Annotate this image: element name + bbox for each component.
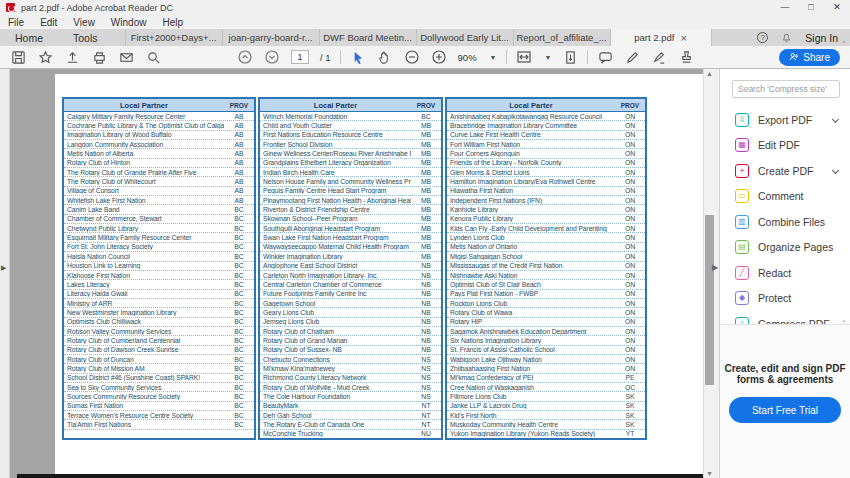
table-row: Sumas First NationBC <box>64 401 254 410</box>
menu-help[interactable]: Help <box>162 17 183 28</box>
tab-tools[interactable]: Tools <box>58 29 113 46</box>
page-number-input[interactable]: 1 <box>291 50 309 64</box>
scroll-up-icon[interactable]: ▲ <box>704 70 715 77</box>
zoom-level-value[interactable]: 90% <box>458 52 477 63</box>
tab-first-2000-days[interactable]: First+2000+Days+... <box>125 29 222 46</box>
menu-file[interactable]: File <box>8 17 24 28</box>
menu-window[interactable]: Window <box>111 17 147 28</box>
sidebar-item-redact[interactable]: ╱Redact <box>720 260 842 286</box>
star-icon[interactable] <box>37 49 53 65</box>
prov-value: NB <box>411 318 441 325</box>
table-row: Muskoday Community Health CentreSK <box>447 419 645 428</box>
sidebar-item-export-pdf[interactable]: ⇩Export PDF <box>720 107 842 133</box>
prov-value: ON <box>615 346 645 353</box>
fit-caret-icon[interactable]: ▼ <box>545 54 552 61</box>
minimize-button[interactable]: — <box>772 0 798 15</box>
start-free-trial-button[interactable]: Start Free Trial <box>729 397 841 423</box>
search-icon[interactable] <box>145 49 161 65</box>
sidebar-item-edit-pdf[interactable]: ▦Edit PDF <box>720 133 842 159</box>
table-row: Wrinch Memorial FoundationBC <box>260 112 441 120</box>
help-icon[interactable]: ? <box>757 32 768 43</box>
tab-report-of-affiliate[interactable]: Report_of_affiliate_... <box>513 29 610 46</box>
scrolling-mode-icon[interactable] <box>562 49 578 65</box>
tool-label: Create PDF <box>758 165 813 177</box>
table-row: Pinaymootang First Nation Health - Abori… <box>260 195 441 204</box>
sidebar-item-organize-pages[interactable]: ▤Organize Pages <box>720 235 842 261</box>
zoom-caret-icon[interactable]: ▼ <box>490 54 497 61</box>
prov-value: NB <box>411 328 441 335</box>
zoom-out-icon[interactable] <box>404 49 420 65</box>
partner-name: Curve Lake First Health Centre <box>447 131 615 138</box>
sidebar-item-comment[interactable]: ▭Comment <box>720 184 842 210</box>
table-row: Frontier School DivisionMB <box>260 139 441 148</box>
vertical-scrollbar[interactable]: ▲ ▼ <box>703 69 714 478</box>
prov-value: MB <box>411 169 441 176</box>
panel-scroll-down-icon[interactable]: ⌄ <box>841 316 847 324</box>
fit-width-icon[interactable] <box>516 49 532 65</box>
partner-name: Lakes Literacy <box>64 281 224 288</box>
chevron-down-icon[interactable] <box>832 167 839 174</box>
prov-value: NT <box>411 402 441 409</box>
next-page-icon[interactable] <box>264 49 280 65</box>
partner-name: Mi'kmaw Kina'matnewey <box>260 365 411 372</box>
save-icon[interactable] <box>10 49 26 65</box>
table-row: Rockton Lions ClubON <box>447 298 645 307</box>
search-input[interactable] <box>732 80 840 98</box>
upload-icon[interactable] <box>64 49 80 65</box>
share-button[interactable]: Share <box>779 49 840 66</box>
menu-edit[interactable]: Edit <box>40 17 57 28</box>
tab-dollywood-early-lit[interactable]: Dollywood Early Lit... <box>416 29 513 46</box>
sign-in-button[interactable]: Sign In <box>805 32 838 44</box>
prov-value: BC <box>224 374 254 381</box>
table-row: Rotary Club of Sussex- NBNB <box>260 345 441 354</box>
bell-icon[interactable] <box>780 31 793 44</box>
prov-value: BC <box>224 272 254 279</box>
previous-page-icon[interactable] <box>237 49 253 65</box>
hand-tool-icon[interactable] <box>377 49 393 65</box>
partner-name: Geary Lions Club <box>260 309 411 316</box>
tab-close-icon[interactable]: × <box>680 33 686 43</box>
panel-scroll-up-icon[interactable]: ⌃ <box>841 40 847 48</box>
sidebar-item-create-pdf[interactable]: +Create PDF <box>720 158 842 184</box>
left-pane-strip[interactable] <box>0 69 10 478</box>
pdf-page: Local Partner PROV Calgary Military Fami… <box>55 74 703 478</box>
prov-value: AB <box>224 150 254 157</box>
tab-label: Report_of_affiliate_... <box>516 32 606 43</box>
sidebar-item-protect[interactable]: ◆Protect <box>720 286 842 312</box>
print-icon[interactable] <box>91 49 107 65</box>
right-pane-toggle-icon[interactable]: ▶ <box>712 263 718 272</box>
scroll-down-icon[interactable]: ▼ <box>704 470 715 477</box>
highlight-tool-icon[interactable] <box>624 49 640 65</box>
table-row: Gagetown SchoolNB <box>260 298 441 307</box>
table-row: Peguis Family Centre Head Start ProgramM… <box>260 186 441 195</box>
prov-value: ON <box>615 328 645 335</box>
sidebar-item-combine-files[interactable]: ▥Combine Files <box>720 209 842 235</box>
table-row: Rotary Club of Dawson Creek SunriseBC <box>64 345 254 354</box>
sign-tool-icon[interactable] <box>651 49 667 65</box>
menu-view[interactable]: View <box>73 17 95 28</box>
left-pane-expand-icon[interactable]: ▶ <box>1 264 6 272</box>
title-bar: part 2.pdf - Adobe Acrobat Reader DC — □… <box>0 0 850 15</box>
column-header-prov: PROV <box>224 102 254 109</box>
table-row: Richmond County Literacy NetworkNS <box>260 373 441 382</box>
tab-home[interactable]: Home <box>0 29 58 46</box>
column-header-partner: Local Parter <box>260 101 411 110</box>
close-button[interactable]: ✕ <box>824 0 850 15</box>
comment-tool-icon[interactable] <box>597 49 613 65</box>
prov-value: QC <box>615 384 645 391</box>
table-row: Cochrane Public Library & The Optimist C… <box>64 120 254 129</box>
table-row: Klahoose First NationBC <box>64 270 254 279</box>
scrollbar-thumb[interactable] <box>705 215 714 385</box>
tab-dwf-board-meetin[interactable]: DWF Board Meetin... <box>319 29 416 46</box>
stamp-tool-icon[interactable] <box>678 49 694 65</box>
select-tool-icon[interactable] <box>350 49 366 65</box>
zoom-in-icon[interactable] <box>431 49 447 65</box>
maximize-button[interactable]: □ <box>798 0 824 15</box>
chevron-down-icon[interactable] <box>832 116 839 123</box>
tab-joan-garry-board-r[interactable]: joan-garry-board-r... <box>222 29 319 46</box>
tool-label: Organize Pages <box>758 241 833 253</box>
email-icon[interactable] <box>118 49 134 65</box>
table-row: Independent First Nations (IFN)ON <box>447 195 645 204</box>
prov-value: ON <box>615 225 645 232</box>
tab-part-2-pdf[interactable]: part 2.pdf× <box>610 29 712 46</box>
